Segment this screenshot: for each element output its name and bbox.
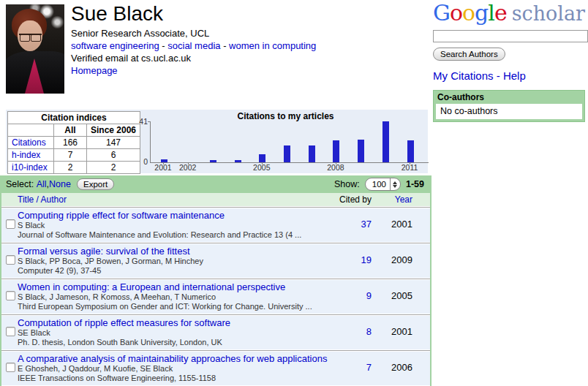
x-axis-label: 2005 [249, 163, 274, 172]
row-checkbox[interactable] [6, 219, 15, 229]
chart-bar [284, 145, 290, 162]
logo-letter: G [433, 0, 450, 26]
profile-affiliation: Senior Research Associate, UCL [71, 28, 316, 39]
page: { "profile": { "name": "Sue Black", "aff… [0, 0, 588, 386]
sort-by-title-link[interactable]: Title / Author [18, 194, 338, 205]
publication-title-link[interactable]: Computing ripple effect for software mai… [18, 210, 338, 221]
indices-since-value: 6 [87, 149, 140, 162]
search-authors-button[interactable]: Search Authors [433, 48, 505, 61]
keyword-link[interactable]: software engineering [71, 40, 159, 51]
publication-info: Formal versus agile: survival of the fit… [18, 246, 338, 276]
y-axis-zero-label: 0 [136, 157, 148, 166]
publication-title-link[interactable]: A comparative analysis of maintainabilit… [18, 353, 338, 364]
publication-authors: S Black, PP Boca, JP Bowen, J Gorman, M … [18, 257, 338, 266]
stepper-down-icon [393, 185, 397, 188]
keyword-link[interactable]: social media [167, 40, 220, 51]
row-checkbox[interactable] [6, 291, 15, 300]
cited-by-count-link[interactable]: 19 [361, 254, 372, 265]
publication-info: Computation of ripple effect measures fo… [18, 317, 338, 347]
publication-authors: S Black [18, 221, 338, 230]
cited-by-count-link[interactable]: 37 [361, 219, 372, 230]
page-title: Sue Black [71, 1, 316, 26]
homepage-link[interactable]: Homepage [71, 65, 118, 76]
help-link[interactable]: Help [503, 69, 526, 82]
row-pad [412, 317, 430, 347]
publication-authors: SE Black [18, 328, 338, 338]
select-label: Select: [6, 179, 34, 189]
right-column: Googlescholar Search Authors My Citation… [433, 1, 585, 122]
x-axis-label: 2001 [151, 163, 176, 172]
chart-bar [259, 154, 265, 162]
row-pad [412, 246, 430, 276]
publication-authors: S Black, J Jameson, R Komoss, A Meehan, … [18, 292, 338, 302]
row-checkbox[interactable] [6, 327, 15, 336]
select-none-link[interactable]: None [49, 179, 71, 189]
x-axis-label: 2008 [323, 163, 348, 172]
stepper-up-icon [393, 181, 397, 184]
publications-section: Select: All, None Export Show: 100 1-59 … [0, 175, 431, 386]
publication-authors: E Ghosheh, J Qaddour, M Kuofie, SE Black [18, 364, 338, 374]
cited-by-count-link[interactable]: 9 [366, 290, 372, 301]
cited-by-cell: 19 [338, 246, 372, 276]
logo-letter: l [488, 0, 494, 26]
y-axis-max-label: 41 [136, 117, 148, 126]
citation-indices-table: Citation indices All Since 2006 Citation… [7, 111, 140, 174]
coauthors-empty-message: No co-authors [436, 104, 582, 119]
indices-col-all: All [54, 124, 87, 137]
row-checkbox[interactable] [6, 255, 15, 265]
table-row: Computation of ripple effect measures fo… [1, 314, 430, 349]
indices-col-since: Since 2006 [87, 124, 140, 137]
publication-title-link[interactable]: Women in computing: a European and inter… [18, 281, 338, 292]
chart-bar [210, 160, 216, 162]
chart-bar [161, 159, 167, 162]
cited-by-count-link[interactable]: 8 [366, 326, 372, 337]
x-axis-label: 2011 [397, 163, 422, 172]
export-button[interactable]: Export [77, 178, 114, 190]
indices-metric-link[interactable]: Citations [12, 137, 46, 148]
publication-info: A comparative analysis of maintainabilit… [18, 353, 338, 383]
select-all-link[interactable]: All [37, 179, 47, 189]
indices-metric-link[interactable]: i10-index [12, 162, 48, 173]
chart-bar [333, 140, 339, 162]
year-cell: 2001 [372, 210, 412, 240]
show-label: Show: [334, 179, 360, 189]
row-checkbox[interactable] [6, 363, 15, 372]
publication-info: Women in computing: a European and inter… [18, 281, 338, 311]
author-search-input[interactable] [433, 30, 588, 42]
sort-by-year-link[interactable]: Year [372, 194, 412, 205]
chart-bar [309, 145, 315, 162]
profile-photo [6, 4, 64, 94]
chart-bar [235, 160, 241, 162]
indices-row-label-cell: i10-index [8, 162, 54, 174]
list-toolbar: Select: All, None Export Show: 100 1-59 [0, 175, 431, 193]
keyword-separator: - [221, 40, 230, 51]
table-row: A comparative analysis of maintainabilit… [1, 349, 430, 385]
publication-info: Computing ripple effect for software mai… [18, 210, 338, 240]
link-separator: - [494, 69, 503, 82]
citations-chart: Citations to my articles 41 0 2001200220… [145, 110, 426, 173]
chart-bar [407, 140, 414, 162]
table-row: Computing ripple effect for software mai… [1, 206, 430, 242]
keywords: software engineering - social media - wo… [71, 40, 316, 52]
chart-title: Citations to my articles [145, 111, 426, 121]
keyword-separator: - [159, 40, 168, 51]
result-range: 1-59 [406, 179, 424, 189]
table-row: Women in computing: a European and inter… [1, 278, 430, 314]
indices-since-value: 147 [87, 137, 140, 149]
publication-title-link[interactable]: Computation of ripple effect measures fo… [18, 317, 338, 328]
publication-title-link[interactable]: Formal versus agile: survival of the fit… [18, 246, 338, 257]
page-size-select[interactable]: 100 [365, 178, 401, 191]
year-cell: 2001 [372, 317, 412, 347]
cited-by-count-link[interactable]: 7 [366, 362, 372, 373]
publication-source: Ph. D. thesis, London South Bank Univers… [18, 338, 338, 347]
year-cell: 2006 [372, 353, 412, 383]
my-citations-link[interactable]: My Citations [433, 69, 494, 82]
page-size-value: 100 [366, 180, 390, 189]
year-cell: 2005 [372, 281, 412, 311]
publication-rows: Computing ripple effect for software mai… [0, 206, 431, 386]
cited-by-cell: 37 [338, 210, 372, 240]
logo-letter: o [450, 0, 462, 26]
keyword-link[interactable]: women in computing [229, 40, 316, 51]
indices-metric-link[interactable]: h-index [12, 150, 40, 160]
cited-by-cell: 7 [338, 353, 372, 383]
